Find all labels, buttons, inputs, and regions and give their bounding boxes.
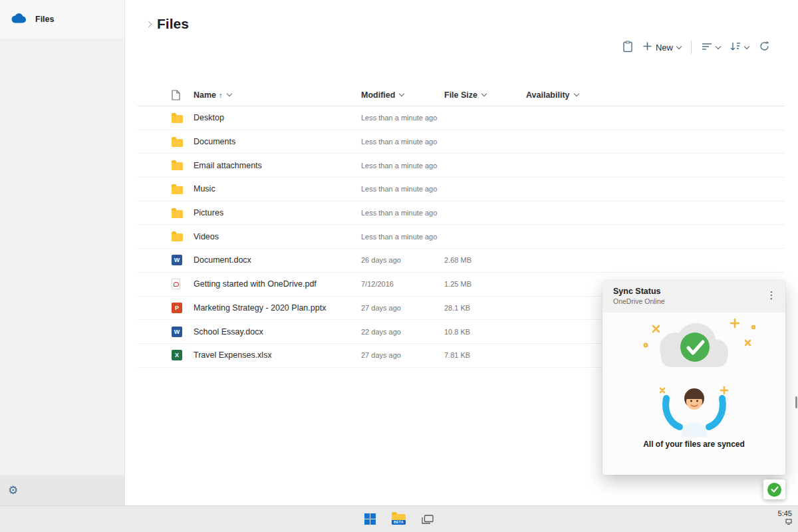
sync-panel-subtitle: OneDrive Online bbox=[613, 297, 775, 305]
table-row[interactable]: Pictures Less than a minute ago bbox=[138, 201, 785, 225]
table-row[interactable]: Music Less than a minute ago bbox=[138, 178, 785, 201]
clock: 5:45 bbox=[778, 509, 792, 517]
sync-panel-title: Sync Status bbox=[613, 287, 775, 296]
column-header-name[interactable]: Name ↑ bbox=[194, 90, 361, 100]
table-row[interactable]: Email attachments Less than a minute ago bbox=[138, 154, 785, 178]
sort-order-button[interactable] bbox=[730, 42, 749, 53]
file-name: School Essay.docx bbox=[194, 327, 361, 336]
sidebar: Files ⚙ bbox=[0, 0, 125, 505]
sidebar-footer: ⚙ bbox=[0, 475, 124, 505]
file-size: 10.8 KB bbox=[444, 328, 526, 336]
chevron-right-icon[interactable] bbox=[146, 21, 152, 27]
file-name: Videos bbox=[194, 232, 361, 241]
chevron-down-icon bbox=[744, 43, 749, 49]
column-header-availability[interactable]: Availability bbox=[526, 90, 785, 100]
new-button[interactable]: New bbox=[643, 42, 681, 53]
onedrive-window: Files ⚙ — ✕ Files New bbox=[0, 0, 798, 532]
folder-icon bbox=[172, 210, 183, 218]
file-name: Email attachments bbox=[194, 161, 361, 170]
sync-panel-header: Sync Status OneDrive Online ⋮ bbox=[602, 281, 785, 313]
file-name: Desktop bbox=[194, 113, 361, 122]
file-size: 7.81 KB bbox=[444, 351, 526, 359]
onedrive-app-button[interactable]: BETA bbox=[392, 513, 406, 525]
sync-illustration bbox=[604, 314, 784, 437]
file-modified: Less than a minute ago bbox=[361, 114, 444, 122]
chevron-down-icon bbox=[399, 91, 404, 96]
file-name: Marketing Strategy - 2020 Plan.pptx bbox=[194, 303, 361, 313]
sync-panel-body: All of your files are synced bbox=[602, 313, 785, 449]
word-icon: W bbox=[172, 255, 182, 265]
file-name: Getting started with OneDrive.pdf bbox=[194, 279, 361, 289]
file-modified: Less than a minute ago bbox=[361, 138, 444, 146]
file-name: Travel Expenses.xlsx bbox=[194, 350, 361, 360]
file-size: 2.68 MB bbox=[444, 256, 526, 264]
column-header-size[interactable]: File Size bbox=[444, 90, 526, 100]
settings-gear-icon[interactable]: ⚙ bbox=[8, 485, 18, 496]
scrollbar-thumb[interactable] bbox=[795, 396, 797, 408]
file-name: Pictures bbox=[194, 208, 361, 217]
table-row[interactable]: Desktop Less than a minute ago bbox=[138, 106, 785, 130]
file-modified: 26 days ago bbox=[361, 256, 444, 264]
file-size: 28.1 KB bbox=[444, 304, 526, 312]
sort-order-icon bbox=[730, 42, 741, 53]
chevron-down-icon bbox=[481, 91, 487, 96]
file-modified: Less than a minute ago bbox=[361, 185, 444, 193]
file-modified: 27 days ago bbox=[361, 304, 444, 312]
more-options-button[interactable]: ⋮ bbox=[763, 287, 780, 304]
taskbar-tray: 5:45 bbox=[778, 509, 792, 525]
folder-icon bbox=[172, 162, 183, 170]
plus-icon bbox=[643, 42, 652, 53]
taskbar-center: BETA bbox=[0, 506, 798, 532]
paste-button[interactable] bbox=[622, 41, 633, 55]
sync-status-message: All of your files are synced bbox=[643, 440, 745, 449]
ellipsis-vertical-icon: ⋮ bbox=[767, 289, 777, 301]
task-view-button[interactable] bbox=[422, 515, 434, 524]
file-name: Music bbox=[194, 184, 361, 194]
start-button[interactable] bbox=[364, 513, 376, 525]
windows-logo-icon bbox=[364, 513, 376, 525]
taskbar: BETA 5:45 bbox=[0, 505, 798, 532]
word-icon: W bbox=[172, 327, 182, 337]
toolbar-divider bbox=[691, 41, 692, 54]
file-modified: 7/12/2016 bbox=[361, 280, 444, 288]
refresh-button[interactable] bbox=[759, 41, 770, 54]
folder-icon bbox=[172, 115, 183, 123]
sidebar-item-label: Files bbox=[35, 15, 55, 24]
table-row[interactable]: Documents Less than a minute ago bbox=[138, 130, 785, 154]
file-name: Document.docx bbox=[194, 255, 361, 265]
view-options-button[interactable] bbox=[702, 43, 720, 53]
view-lines-icon bbox=[702, 43, 712, 53]
table-row[interactable]: W Document.docx 26 days ago 2.68 MB bbox=[138, 249, 785, 273]
sort-ascending-icon: ↑ bbox=[219, 91, 223, 99]
folder-icon bbox=[172, 233, 183, 241]
breadcrumb: Files bbox=[146, 16, 189, 32]
chevron-down-icon bbox=[226, 91, 231, 96]
file-column-icon-header bbox=[172, 90, 194, 100]
new-button-label: New bbox=[656, 43, 673, 53]
file-modified: 27 days ago bbox=[361, 351, 444, 359]
file-modified: 22 days ago bbox=[361, 328, 444, 336]
column-header-modified[interactable]: Modified bbox=[361, 90, 444, 100]
clipboard-icon bbox=[622, 41, 633, 55]
folder-icon bbox=[172, 186, 183, 194]
chevron-down-icon bbox=[716, 43, 721, 49]
refresh-icon bbox=[759, 41, 770, 54]
sync-status-tray-button[interactable] bbox=[763, 479, 785, 499]
sync-status-panel: Sync Status OneDrive Online ⋮ bbox=[602, 281, 785, 475]
table-header: Name ↑ Modified File Size Availability bbox=[138, 84, 785, 106]
onedrive-cloud-icon bbox=[10, 13, 27, 27]
table-row[interactable]: Videos Less than a minute ago bbox=[138, 225, 785, 249]
page-title: Files bbox=[157, 16, 189, 32]
file-size: 1.25 MB bbox=[444, 280, 526, 288]
file-name: Documents bbox=[194, 137, 361, 146]
folder-icon bbox=[172, 139, 183, 147]
onedrive-beta-icon: BETA bbox=[392, 513, 406, 525]
file-modified: Less than a minute ago bbox=[361, 162, 444, 170]
sidebar-item-files[interactable]: Files bbox=[0, 0, 124, 39]
synced-check-icon bbox=[767, 483, 781, 497]
document-icon bbox=[172, 90, 180, 100]
file-modified: Less than a minute ago bbox=[361, 233, 444, 241]
network-icon[interactable] bbox=[778, 519, 792, 525]
chevron-down-icon bbox=[573, 91, 579, 96]
task-view-icon bbox=[422, 515, 434, 524]
